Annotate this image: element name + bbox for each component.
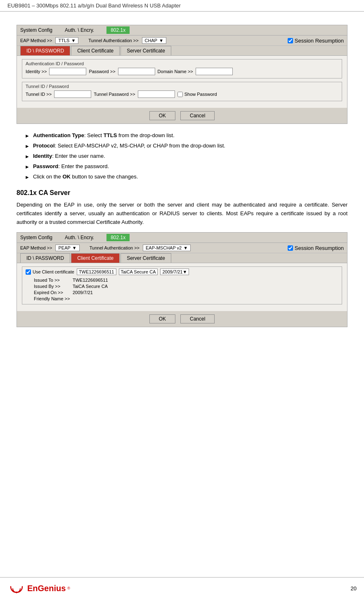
panel1-body: Authentication ID / Password Identity >>… <box>17 56 347 108</box>
panel2-eap-dropdown-arrow: ▼ <box>72 245 77 250</box>
panel2-cert-date[interactable]: 2009/7/21 ▼ <box>160 269 189 275</box>
bullet-arrow-4: ► <box>25 174 30 181</box>
page-content: System Config Auth. \ Encry. 802.1x EAP … <box>0 12 364 359</box>
panel2-tunnel-auth-value[interactable]: EAP-MSCHAP v2 ▼ <box>143 245 191 251</box>
bullet-item-2: ► Identity: Enter the user name. <box>25 152 347 160</box>
panel2-cert-name[interactable]: TWE1226696511 <box>77 269 116 275</box>
eap-dropdown-arrow: ▼ <box>71 38 76 43</box>
panel2-eap-row: EAP Method >> PEAP ▼ Tunnel Authenticati… <box>17 243 347 253</box>
panel2-tabs: ID \ PASSWORD Client Certificate Server … <box>17 253 347 263</box>
panel1-tunnel-fields-row: Tunnel ID >> Tunnel Password >> Show Pas… <box>26 90 338 98</box>
panel1-tunnel-group: Tunnel ID / Password Tunnel ID >> Tunnel… <box>22 82 342 101</box>
panel1-session-resumption-checkbox[interactable] <box>288 38 293 43</box>
panel1-identity-input[interactable] <box>49 68 86 75</box>
panel2-issued-by-row: Issued By >> TaiCA Secure CA <box>34 284 338 289</box>
svg-point-0 <box>16 592 17 593</box>
panel1-eap-method-label: EAP Method >> <box>20 38 52 43</box>
panel2-expired-on-label: Expired On >> <box>34 290 71 295</box>
panel1-session-area: Session Resumption <box>288 38 344 44</box>
panel1-tunnel-group-title: Tunnel ID / Password <box>26 84 338 89</box>
panel1-topbar: System Config Auth. \ Encry. 802.1x <box>17 25 347 36</box>
bullet-text-1: Protocol: Select EAP-MSCHAP v2, MS-CHAP,… <box>33 142 225 150</box>
panel1-domain-label: Domain Name >> <box>158 69 193 74</box>
panel1-tunnel-id-label: Tunnel ID >> <box>26 92 52 97</box>
panel2-ok-button[interactable]: OK <box>149 314 175 323</box>
panel2-use-cert-row: Use Client certificate TWE1226696511 Tai… <box>26 269 338 275</box>
panel2-tab-server-cert[interactable]: Server Certificate <box>121 253 171 263</box>
panel2-buttons: OK Cancel <box>17 311 347 327</box>
panel2-issued-to-label: Issued To >> <box>34 278 71 283</box>
panel2-session-resumption-checkbox[interactable] <box>288 245 293 251</box>
panel1-tunnel-password-label: Tunnel Password >> <box>94 92 135 97</box>
panel2-tab-8021x[interactable]: 802.1x <box>106 234 130 241</box>
bullet-text-4: Click on the OK button to save the chang… <box>33 173 138 181</box>
panel1-identity-label: Identity >> <box>26 69 47 74</box>
panel2-use-client-cert-label: Use Client certificate <box>33 269 74 274</box>
panel1-cancel-button[interactable]: Cancel <box>180 111 215 120</box>
panel2-issued-to-value: TWE1226696511 <box>73 278 108 283</box>
panel1-password-input[interactable] <box>118 68 155 75</box>
panel2-cert-ca[interactable]: TaiCA Secure CA <box>119 269 158 275</box>
panel2-tunnel-dropdown-arrow: ▼ <box>183 245 188 250</box>
panel1-show-password-checkbox[interactable] <box>177 92 183 97</box>
bullet-arrow-1: ► <box>25 143 30 150</box>
panel1-show-password-label: Show Password <box>184 92 217 97</box>
footer-registered: ® <box>67 586 70 590</box>
panel1-tab-syscfg[interactable]: System Config <box>20 27 52 33</box>
panel1-tunnel-id-input[interactable] <box>54 90 91 98</box>
panel1-auth-group-title: Authentication ID / Password <box>26 61 338 66</box>
panel2-tab-id-password[interactable]: ID \ PASSWORD <box>20 253 70 263</box>
panel2-cert-details: Issued To >> TWE1226696511 Issued By >> … <box>34 278 338 301</box>
panel1-auth-fields-row: Identity >> Password >> Domain Name >> <box>26 68 338 75</box>
panel2-cancel-button[interactable]: Cancel <box>180 314 215 323</box>
panel2-session-area: Session Resumption <box>288 245 344 251</box>
panel1-tunnel-password-input[interactable] <box>138 90 175 98</box>
panel1-tab-client-cert[interactable]: Client Certificate <box>71 46 120 55</box>
panel2-tab-syscfg[interactable]: System Config <box>20 235 52 240</box>
footer-page-number: 20 <box>351 585 357 592</box>
panel1-password-label: Password >> <box>89 69 115 74</box>
panel2-eap-method-value[interactable]: PEAP ▼ <box>55 245 79 251</box>
panel1-tabs: ID \ PASSWORD Client Certificate Server … <box>17 46 347 56</box>
panel2-cert-date-arrow: ▼ <box>182 269 187 274</box>
panel2-friendly-name-row: Friendly Name >> <box>34 296 338 301</box>
page-header: EUB9801 – 300Mbps 802.11 a/b/g/n Dual Ba… <box>0 0 364 12</box>
footer-logo-text: EnGenius <box>27 584 66 593</box>
section2-paragraph: Depending on the EAP in use, only the se… <box>17 201 347 226</box>
panel2-issued-to-row: Issued To >> TWE1226696511 <box>34 278 338 283</box>
panel1-tab-authencry[interactable]: Auth. \ Encry. <box>65 27 94 33</box>
bullet-text-0: Authentication Type: Select TTLS from th… <box>33 131 175 140</box>
bullet-item-3: ► Password: Enter the password. <box>25 162 347 171</box>
bullet-item-1: ► Protocol: Select EAP-MSCHAP v2, MS-CHA… <box>25 142 347 150</box>
panel2-use-client-cert-checkbox[interactable] <box>26 269 31 275</box>
panel2-tunnel-auth-label: Tunnel Authentication >> <box>90 245 139 250</box>
panel2-cert-group: Use Client certificate TWE1226696511 Tai… <box>22 266 342 304</box>
header-title: EUB9801 – 300Mbps 802.11 a/b/g/n Dual Ba… <box>7 2 181 9</box>
panel1-eap-method-value[interactable]: TTLS ▼ <box>55 37 78 44</box>
panel1-tunnel-auth-label: Tunnel Authentication >> <box>88 38 138 43</box>
bullet-arrow-2: ► <box>25 153 30 160</box>
bullet-text-2: Identity: Enter the user name. <box>33 152 105 160</box>
panel1-tab-8021x[interactable]: 802.1x <box>106 26 130 34</box>
panel1-tab-server-cert[interactable]: Server Certificate <box>121 46 171 55</box>
panel2-expired-on-row: Expired On >> 2009/7/21 <box>34 290 338 295</box>
bullet-item-0: ► Authentication Type: Select TTLS from … <box>25 131 347 140</box>
panel1-ok-button[interactable]: OK <box>149 111 175 120</box>
section2-heading: 802.1x CA Server <box>17 189 347 197</box>
panel1-eap-row: EAP Method >> TTLS ▼ Tunnel Authenticati… <box>17 36 347 46</box>
panel1-auth-group: Authentication ID / Password Identity >>… <box>22 59 342 78</box>
bullet-arrow-3: ► <box>25 163 30 171</box>
panel1-tunnel-auth-value[interactable]: CHAP ▼ <box>142 37 166 44</box>
panel2-friendly-name-label: Friendly Name >> <box>34 296 71 301</box>
panel2-eap-method-label: EAP Method >> <box>20 245 52 250</box>
panel1: System Config Auth. \ Encry. 802.1x EAP … <box>17 25 347 124</box>
panel2-tab-authencry[interactable]: Auth. \ Encry. <box>65 235 94 240</box>
panel1-domain-input[interactable] <box>196 68 233 75</box>
panel2-issued-by-label: Issued By >> <box>34 284 71 289</box>
panel1-show-password-area: Show Password <box>177 92 217 97</box>
panel1-tab-id-password[interactable]: ID \ PASSWORD <box>20 46 70 55</box>
bullet-item-4: ► Click on the OK button to save the cha… <box>25 173 347 181</box>
panel1-buttons: OK Cancel <box>17 108 347 124</box>
panel2-issued-by-value: TaiCA Secure CA <box>73 284 108 289</box>
panel2-tab-client-cert[interactable]: Client Certificate <box>71 253 120 263</box>
